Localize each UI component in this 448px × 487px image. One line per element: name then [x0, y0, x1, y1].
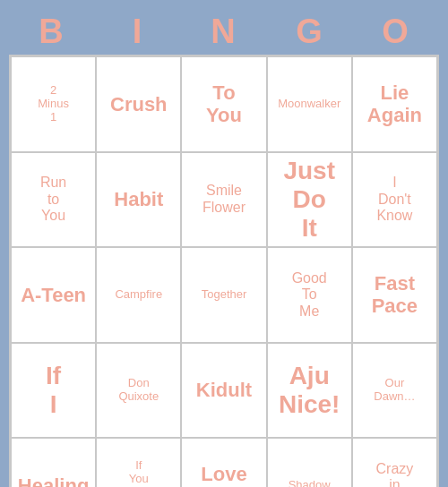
cell-text-r1-c0: RuntoYou — [40, 175, 66, 224]
cell-text-r2-c3: GoodToMe — [292, 270, 327, 320]
cell-r3-c0[interactable]: IfI — [11, 343, 96, 439]
cell-text-r4-c1: IfYouLeaveMe — [123, 459, 154, 487]
cell-text-r2-c0: A-Teen — [21, 284, 86, 306]
cell-text-r1-c4: IDon'tKnow — [376, 175, 412, 224]
cell-text-r0-c4: LieAgain — [367, 81, 422, 127]
header-g: G — [267, 9, 353, 55]
cell-r4-c2[interactable]: LoveLetter — [181, 438, 266, 487]
cell-r4-c4[interactable]: CrazyinLove — [352, 438, 437, 487]
cell-text-r4-c3: Shadow — [289, 479, 331, 487]
cell-r4-c1[interactable]: IfYouLeaveMe — [96, 438, 181, 487]
cell-text-r0-c2: ToYou — [206, 81, 242, 127]
cell-r3-c3[interactable]: AjuNice! — [267, 343, 352, 439]
bingo-header: B I N G O — [9, 9, 439, 55]
cell-r0-c0[interactable]: 2Minus1 — [11, 56, 96, 152]
cell-r3-c2[interactable]: Kidult — [181, 343, 266, 439]
cell-text-r4-c2: LoveLetter — [196, 463, 251, 487]
cell-r4-c3[interactable]: Shadow — [267, 438, 352, 487]
cell-text-r0-c1: Crush — [110, 93, 168, 115]
cell-text-r2-c1: Campfire — [115, 288, 162, 302]
cell-text-r3-c4: OurDawn… — [374, 377, 415, 404]
cell-text-r4-c4: CrazyinLove — [376, 461, 414, 487]
cell-text-r3-c2: Kidult — [196, 379, 252, 401]
cell-text-r1-c2: SmileFlower — [202, 183, 246, 216]
cell-text-r2-c2: Together — [202, 288, 247, 302]
cell-r2-c1[interactable]: Campfire — [96, 247, 181, 343]
cell-text-r0-c3: Moonwalker — [278, 98, 340, 111]
cell-r0-c3[interactable]: Moonwalker — [267, 56, 352, 152]
header-i: I — [95, 9, 181, 55]
header-o: O — [353, 9, 439, 55]
cell-text-r1-c3: JustDoIt — [283, 157, 335, 244]
cell-text-r1-c1: Habit — [114, 188, 163, 210]
cell-text-r2-c4: FastPace — [372, 272, 418, 318]
bingo-card: B I N G O 2Minus1CrushToYouMoonwalkerLie… — [9, 9, 439, 487]
cell-r4-c0[interactable]: Healing — [11, 438, 96, 487]
cell-r0-c2[interactable]: ToYou — [181, 56, 266, 152]
cell-r2-c4[interactable]: FastPace — [352, 247, 437, 343]
bingo-grid: 2Minus1CrushToYouMoonwalkerLieAgainRunto… — [9, 55, 439, 487]
cell-text-r4-c0: Healing — [18, 474, 89, 487]
cell-text-r0-c0: 2Minus1 — [38, 84, 69, 124]
header-b: B — [9, 9, 95, 55]
cell-r1-c2[interactable]: SmileFlower — [181, 152, 266, 248]
cell-r2-c3[interactable]: GoodToMe — [267, 247, 352, 343]
cell-r1-c4[interactable]: IDon'tKnow — [352, 152, 437, 248]
header-n: N — [181, 9, 267, 55]
cell-r1-c3[interactable]: JustDoIt — [267, 152, 352, 248]
cell-r3-c4[interactable]: OurDawn… — [352, 343, 437, 439]
cell-r1-c0[interactable]: RuntoYou — [11, 152, 96, 248]
cell-r0-c4[interactable]: LieAgain — [352, 56, 437, 152]
cell-text-r3-c0: IfI — [46, 362, 61, 419]
cell-r1-c1[interactable]: Habit — [96, 152, 181, 248]
cell-text-r3-c3: AjuNice! — [279, 362, 340, 419]
cell-r2-c0[interactable]: A-Teen — [11, 247, 96, 343]
cell-text-r3-c1: DonQuixote — [118, 377, 159, 404]
cell-r3-c1[interactable]: DonQuixote — [96, 343, 181, 439]
cell-r0-c1[interactable]: Crush — [96, 56, 181, 152]
cell-r2-c2[interactable]: Together — [181, 247, 266, 343]
